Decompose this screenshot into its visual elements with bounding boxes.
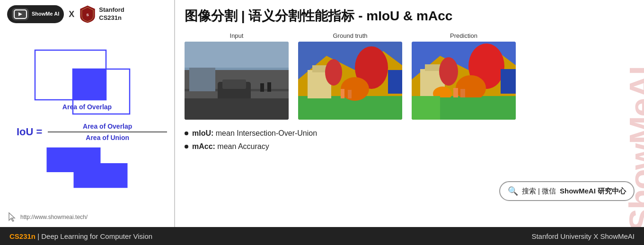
iou-formula: IoU = Area of Overlap Area of Union bbox=[7, 122, 167, 141]
left-panel: ShowMe AI X S Stanford CS231n bbox=[0, 0, 175, 227]
logo-bar: ShowMe AI X S Stanford CS231n bbox=[7, 5, 124, 24]
svg-rect-5 bbox=[73, 69, 106, 100]
svg-rect-17 bbox=[185, 42, 289, 68]
svg-rect-43 bbox=[501, 69, 516, 94]
footer-left: CS231n | Deep Learning for Computer Visi… bbox=[9, 232, 152, 240]
prediction-caption: Prediction bbox=[450, 32, 477, 39]
svg-point-36 bbox=[456, 75, 486, 101]
svg-rect-45 bbox=[440, 97, 516, 120]
svg-rect-29 bbox=[341, 89, 344, 98]
prediction-scene-svg bbox=[412, 42, 516, 120]
svg-rect-16 bbox=[222, 79, 246, 89]
svg-rect-8 bbox=[74, 163, 128, 188]
search-brand: ShowMeAI 研究中心 bbox=[560, 187, 626, 196]
svg-rect-18 bbox=[185, 98, 289, 120]
showmeai-logo-icon bbox=[12, 8, 29, 20]
prediction-image-section: Prediction bbox=[412, 32, 516, 120]
overlap-diagram-svg: Area of Overlap bbox=[21, 43, 153, 119]
footer-right-text: Stanford University X ShowMeAI bbox=[531, 232, 635, 240]
groundtruth-scene-svg bbox=[298, 42, 402, 120]
groundtruth-image-section: Ground truth bbox=[298, 32, 402, 120]
bullet-list: mIoU: mean Intersection-Over-Union mAcc:… bbox=[185, 129, 635, 156]
stanford-logo: S Stanford CS231n bbox=[79, 5, 124, 24]
stanford-logo-text: Stanford CS231n bbox=[99, 6, 124, 22]
input-image bbox=[185, 42, 289, 120]
bottom-url: http://www.showmeai.tech/ bbox=[7, 210, 88, 222]
svg-rect-40 bbox=[453, 88, 458, 98]
slide-title: 图像分割 | 语义分割性能指标 - mIoU & mAcc bbox=[185, 7, 635, 25]
iou-label: IoU = bbox=[17, 126, 42, 138]
search-label: 搜索 | 微信 bbox=[522, 187, 556, 196]
bullet-dot-1 bbox=[185, 131, 188, 135]
footer-cs231n: CS231n bbox=[9, 232, 35, 240]
union-diagram-svg bbox=[40, 145, 134, 190]
x-separator: X bbox=[69, 9, 74, 19]
input-scene-svg bbox=[185, 42, 289, 120]
prediction-image bbox=[412, 42, 516, 120]
right-panel: 图像分割 | 语义分割性能指标 - mIoU & mAcc Input bbox=[175, 0, 644, 227]
search-badge: 🔍 搜索 | 微信 ShowMeAI 研究中心 bbox=[499, 181, 635, 201]
groundtruth-image bbox=[298, 42, 402, 120]
svg-text:S: S bbox=[87, 13, 89, 17]
showmeai-logo-text: ShowMe AI bbox=[32, 11, 59, 17]
iou-fraction: Area of Overlap Area of Union bbox=[48, 122, 167, 141]
stanford-shield-icon: S bbox=[79, 5, 96, 24]
input-image-section: Input bbox=[185, 32, 289, 120]
svg-text:Area of Overlap: Area of Overlap bbox=[62, 103, 112, 111]
svg-rect-30 bbox=[348, 90, 352, 98]
svg-point-25 bbox=[341, 77, 369, 101]
svg-point-28 bbox=[325, 59, 342, 86]
bullet-miou: mIoU: mean Intersection-Over-Union bbox=[185, 129, 635, 138]
main-container: ShowMe AI X S Stanford CS231n bbox=[0, 0, 644, 227]
iou-numerator: Area of Overlap bbox=[48, 122, 167, 132]
svg-rect-44 bbox=[412, 96, 440, 120]
footer-right: Stanford University X ShowMeAI bbox=[531, 232, 635, 240]
footer-course-name: | Deep Learning for Computer Vision bbox=[37, 232, 152, 240]
svg-rect-41 bbox=[460, 89, 465, 98]
images-row: Input bbox=[185, 32, 635, 120]
input-caption: Input bbox=[230, 32, 244, 39]
search-icon: 🔍 bbox=[508, 186, 518, 196]
url-text: http://www.showmeai.tech/ bbox=[20, 214, 88, 220]
bullet-macc: mAcc: mean Accuracy bbox=[185, 142, 635, 151]
svg-point-39 bbox=[439, 57, 458, 86]
iou-diagram: Area of Overlap IoU = Area of Overlap Ar… bbox=[7, 28, 167, 210]
groundtruth-caption: Ground truth bbox=[333, 32, 368, 39]
miou-term: mIoU: mean Intersection-Over-Union bbox=[192, 129, 317, 138]
svg-rect-20 bbox=[267, 82, 271, 92]
bullet-dot-2 bbox=[185, 145, 188, 149]
svg-rect-27 bbox=[312, 65, 326, 72]
cursor-icon bbox=[7, 212, 18, 222]
svg-rect-31 bbox=[388, 70, 402, 94]
macc-term: mAcc: mean Accuracy bbox=[192, 142, 269, 151]
iou-denominator: Area of Union bbox=[48, 132, 167, 141]
footer: CS231n | Deep Learning for Computer Visi… bbox=[0, 227, 644, 245]
svg-marker-1 bbox=[18, 12, 22, 16]
svg-rect-19 bbox=[260, 83, 264, 92]
svg-rect-38 bbox=[425, 64, 440, 71]
showmeai-logo: ShowMe AI bbox=[7, 5, 64, 23]
